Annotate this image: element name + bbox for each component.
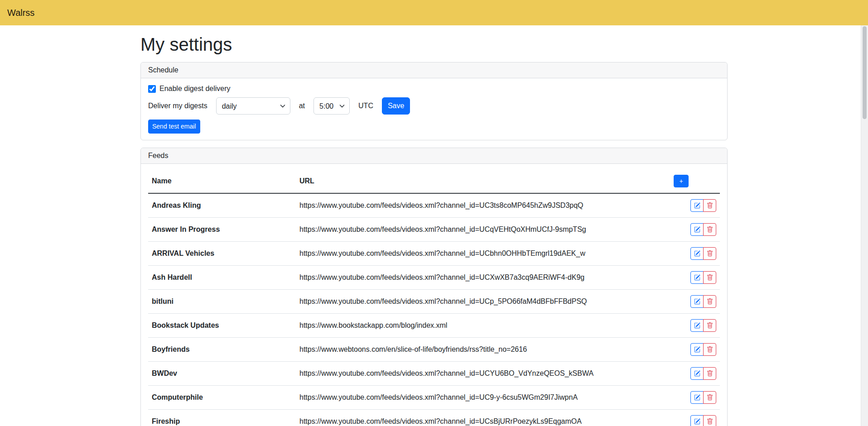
feed-row: Bookstack Updates https://www.bookstacka… [148,314,720,338]
feed-actions-group [690,343,716,356]
trash-icon [707,202,713,209]
edit-feed-button[interactable] [690,271,704,284]
feed-actions [670,386,720,410]
delete-feed-button[interactable] [703,271,716,284]
feeds-table-header-row: Name URL + [148,169,720,193]
pencil-square-icon [694,370,700,377]
trash-icon [707,394,713,401]
delete-feed-button[interactable] [703,343,716,356]
edit-feed-button[interactable] [690,415,704,426]
feed-actions [670,362,720,386]
feed-actions [670,218,720,242]
feed-row: Boyfriends https://www.webtoons.com/en/s… [148,338,720,362]
scrollbar-track[interactable] [861,25,868,426]
trash-icon [707,418,713,425]
edit-feed-button[interactable] [690,223,704,236]
scrollbar-thumb[interactable] [863,26,867,119]
edit-feed-button[interactable] [690,295,704,308]
delete-feed-button[interactable] [703,247,716,260]
feed-url: https://www.youtube.com/feeds/videos.xml… [296,386,670,410]
feed-row: Computerphile https://www.youtube.com/fe… [148,386,720,410]
delete-feed-button[interactable] [703,367,716,380]
feed-actions [670,338,720,362]
edit-feed-button[interactable] [690,247,704,260]
edit-feed-button[interactable] [690,343,704,356]
navbar-brand[interactable]: Walrss [7,8,34,18]
feed-name: Boyfriends [148,338,296,362]
save-button[interactable]: Save [382,97,410,115]
frequency-select-wrap: daily [216,97,290,115]
trash-icon [707,370,713,377]
feed-actions-group [690,223,716,236]
feed-row: Ash Hardell https://www.youtube.com/feed… [148,266,720,290]
feed-name: Ash Hardell [148,266,296,290]
feed-row: BWDev https://www.youtube.com/feeds/vide… [148,362,720,386]
delete-feed-button[interactable] [703,391,716,404]
main-content: My settings Schedule Enable digest deliv… [135,34,733,426]
feeds-card: Feeds Name URL + Andreas Kling https://w… [140,148,728,426]
feed-name: Andreas Kling [148,193,296,218]
delete-feed-button[interactable] [703,295,716,308]
trash-icon [707,250,713,257]
delete-feed-button[interactable] [703,415,716,426]
feed-name: Bookstack Updates [148,314,296,338]
feed-url: https://www.youtube.com/feeds/videos.xml… [296,218,670,242]
feed-row: Answer In Progress https://www.youtube.c… [148,218,720,242]
deliver-row: Deliver my digests daily at 5:00 [148,97,720,115]
feed-actions-group [690,415,716,426]
navbar: Walrss [0,0,868,25]
feed-url: https://www.youtube.com/feeds/videos.xml… [296,266,670,290]
feed-actions-group [690,319,716,332]
feeds-card-header: Feeds [141,148,727,164]
feed-name: Answer In Progress [148,218,296,242]
feed-row: Andreas Kling https://www.youtube.com/fe… [148,193,720,218]
feed-url: https://www.bookstackapp.com/blog/index.… [296,314,670,338]
feed-actions [670,410,720,426]
edit-feed-button[interactable] [690,199,704,212]
pencil-square-icon [694,346,700,353]
feed-actions [670,314,720,338]
enable-digest-checkbox[interactable] [148,85,156,93]
enable-digest-row: Enable digest delivery [148,85,720,93]
delete-feed-button[interactable] [703,319,716,332]
pencil-square-icon [694,202,700,209]
feed-name: bitluni [148,290,296,314]
feed-row: Fireship https://www.youtube.com/feeds/v… [148,410,720,426]
feed-actions [670,290,720,314]
trash-icon [707,346,713,353]
feed-url: https://www.youtube.com/feeds/videos.xml… [296,290,670,314]
time-select-wrap: 5:00 [313,97,350,115]
feeds-card-body: Name URL + Andreas Kling https://www.you… [141,164,727,426]
edit-feed-button[interactable] [690,319,704,332]
feed-actions-group [690,391,716,404]
schedule-card-header: Schedule [141,62,727,78]
feed-name: ARRIVAL Vehicles [148,242,296,266]
enable-digest-label[interactable]: Enable digest delivery [159,85,231,93]
edit-feed-button[interactable] [690,367,704,380]
feed-actions-group [690,271,716,284]
feed-url: https://www.youtube.com/feeds/videos.xml… [296,193,670,218]
at-label: at [299,102,305,110]
time-select[interactable]: 5:00 [313,97,350,115]
feed-actions-group [690,199,716,212]
trash-icon [707,298,713,305]
edit-feed-button[interactable] [690,391,704,404]
pencil-square-icon [694,226,700,233]
feed-row: bitluni https://www.youtube.com/feeds/vi… [148,290,720,314]
delete-feed-button[interactable] [703,199,716,212]
pencil-square-icon [694,322,700,329]
pencil-square-icon [694,298,700,305]
pencil-square-icon [694,250,700,257]
pencil-square-icon [694,418,700,425]
trash-icon [707,226,713,233]
add-feed-button[interactable]: + [674,175,689,187]
trash-icon [707,322,713,329]
deliver-label: Deliver my digests [148,102,207,110]
schedule-card: Schedule Enable digest delivery Deliver … [140,62,728,140]
frequency-select[interactable]: daily [216,97,290,115]
feed-url: https://www.youtube.com/feeds/videos.xml… [296,410,670,426]
send-test-email-button[interactable]: Send test email [148,120,200,134]
feed-name: BWDev [148,362,296,386]
delete-feed-button[interactable] [703,223,716,236]
feed-name: Fireship [148,410,296,426]
